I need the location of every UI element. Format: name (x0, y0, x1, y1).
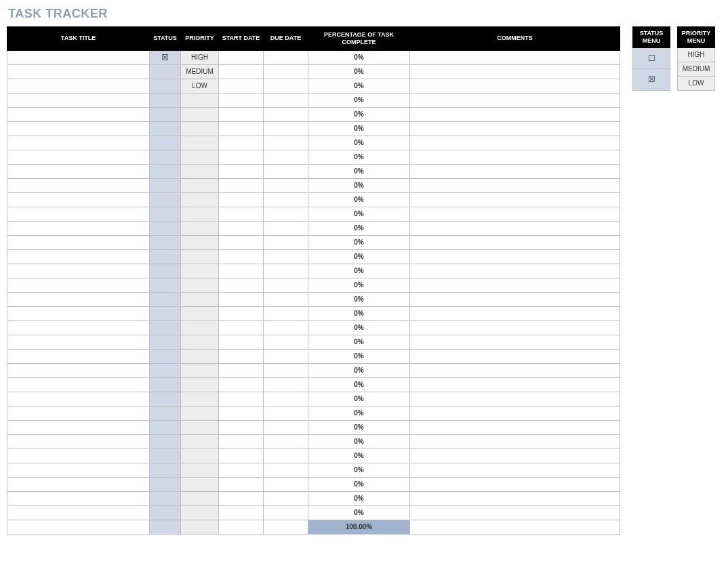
pct-complete-cell[interactable]: 0% (308, 107, 410, 121)
start-date-cell[interactable] (219, 449, 264, 463)
status-cell[interactable] (150, 164, 181, 178)
start-date-cell[interactable] (219, 207, 264, 221)
due-date-cell[interactable] (264, 463, 308, 477)
due-date-cell[interactable] (264, 449, 308, 463)
status-cell[interactable]: ☒ (150, 50, 181, 64)
task-title-cell[interactable] (7, 121, 150, 135)
pct-complete-cell[interactable]: 0% (308, 79, 410, 93)
comments-cell[interactable] (410, 320, 620, 335)
priority-cell[interactable] (181, 306, 219, 320)
due-date-cell[interactable] (264, 178, 308, 192)
comments-cell[interactable] (410, 264, 620, 278)
comments-cell[interactable] (410, 463, 620, 477)
priority-cell[interactable] (181, 107, 219, 121)
task-title-cell[interactable] (7, 135, 150, 150)
task-title-cell[interactable] (7, 107, 150, 121)
status-cell[interactable] (150, 150, 181, 164)
start-date-cell[interactable] (219, 164, 264, 178)
priority-cell[interactable] (181, 235, 219, 249)
comments-cell[interactable] (410, 164, 620, 178)
due-date-cell[interactable] (264, 306, 308, 320)
status-cell[interactable] (150, 79, 181, 93)
task-title-cell[interactable] (7, 278, 150, 292)
priority-cell[interactable] (181, 406, 219, 420)
pct-complete-cell[interactable]: 0% (308, 363, 410, 377)
task-title-cell[interactable] (7, 449, 150, 463)
priority-cell[interactable]: MEDIUM (181, 64, 219, 79)
priority-cell[interactable] (181, 363, 219, 377)
task-title-cell[interactable] (7, 235, 150, 249)
comments-cell[interactable] (410, 306, 620, 320)
due-date-cell[interactable] (264, 221, 308, 235)
total-start-cell[interactable] (219, 520, 264, 534)
comments-cell[interactable] (410, 292, 620, 306)
task-title-cell[interactable] (7, 50, 150, 64)
comments-cell[interactable] (410, 107, 620, 121)
priority-cell[interactable] (181, 449, 219, 463)
start-date-cell[interactable] (219, 135, 264, 150)
comments-cell[interactable] (410, 79, 620, 93)
priority-cell[interactable] (181, 164, 219, 178)
priority-cell[interactable] (181, 335, 219, 349)
pct-complete-cell[interactable]: 0% (308, 463, 410, 477)
total-comments-cell[interactable] (410, 520, 620, 534)
status-cell[interactable] (150, 249, 181, 264)
start-date-cell[interactable] (219, 349, 264, 363)
task-title-cell[interactable] (7, 420, 150, 434)
comments-cell[interactable] (410, 434, 620, 449)
priority-cell[interactable] (181, 135, 219, 150)
status-cell[interactable] (150, 505, 181, 520)
pct-complete-cell[interactable]: 0% (308, 93, 410, 107)
status-cell[interactable] (150, 392, 181, 406)
status-cell[interactable] (150, 491, 181, 505)
pct-complete-cell[interactable]: 0% (308, 477, 410, 491)
status-cell[interactable] (150, 377, 181, 392)
pct-complete-cell[interactable]: 0% (308, 150, 410, 164)
due-date-cell[interactable] (264, 377, 308, 392)
total-priority-cell[interactable] (181, 520, 219, 534)
status-cell[interactable] (150, 406, 181, 420)
pct-complete-cell[interactable]: 0% (308, 491, 410, 505)
pct-complete-cell[interactable]: 0% (308, 349, 410, 363)
due-date-cell[interactable] (264, 207, 308, 221)
priority-cell[interactable] (181, 320, 219, 335)
start-date-cell[interactable] (219, 335, 264, 349)
start-date-cell[interactable] (219, 192, 264, 207)
start-date-cell[interactable] (219, 477, 264, 491)
due-date-cell[interactable] (264, 434, 308, 449)
comments-cell[interactable] (410, 93, 620, 107)
comments-cell[interactable] (410, 64, 620, 79)
task-title-cell[interactable] (7, 349, 150, 363)
priority-cell[interactable] (181, 463, 219, 477)
priority-cell[interactable] (181, 377, 219, 392)
status-cell[interactable] (150, 178, 181, 192)
due-date-cell[interactable] (264, 107, 308, 121)
status-cell[interactable] (150, 363, 181, 377)
start-date-cell[interactable] (219, 505, 264, 520)
priority-cell[interactable] (181, 278, 219, 292)
comments-cell[interactable] (410, 349, 620, 363)
comments-cell[interactable] (410, 420, 620, 434)
pct-complete-cell[interactable]: 0% (308, 434, 410, 449)
start-date-cell[interactable] (219, 121, 264, 135)
priority-cell[interactable] (181, 93, 219, 107)
due-date-cell[interactable] (264, 235, 308, 249)
comments-cell[interactable] (410, 491, 620, 505)
start-date-cell[interactable] (219, 292, 264, 306)
priority-cell[interactable] (181, 505, 219, 520)
task-title-cell[interactable] (7, 434, 150, 449)
due-date-cell[interactable] (264, 406, 308, 420)
priority-cell[interactable] (181, 178, 219, 192)
total-status-cell[interactable] (150, 520, 181, 534)
priority-cell[interactable] (181, 434, 219, 449)
comments-cell[interactable] (410, 505, 620, 520)
task-title-cell[interactable] (7, 505, 150, 520)
pct-complete-cell[interactable]: 0% (308, 207, 410, 221)
task-title-cell[interactable] (7, 249, 150, 264)
priority-cell[interactable] (181, 477, 219, 491)
task-title-cell[interactable] (7, 93, 150, 107)
due-date-cell[interactable] (264, 121, 308, 135)
start-date-cell[interactable] (219, 79, 264, 93)
status-cell[interactable] (150, 292, 181, 306)
status-cell[interactable] (150, 192, 181, 207)
